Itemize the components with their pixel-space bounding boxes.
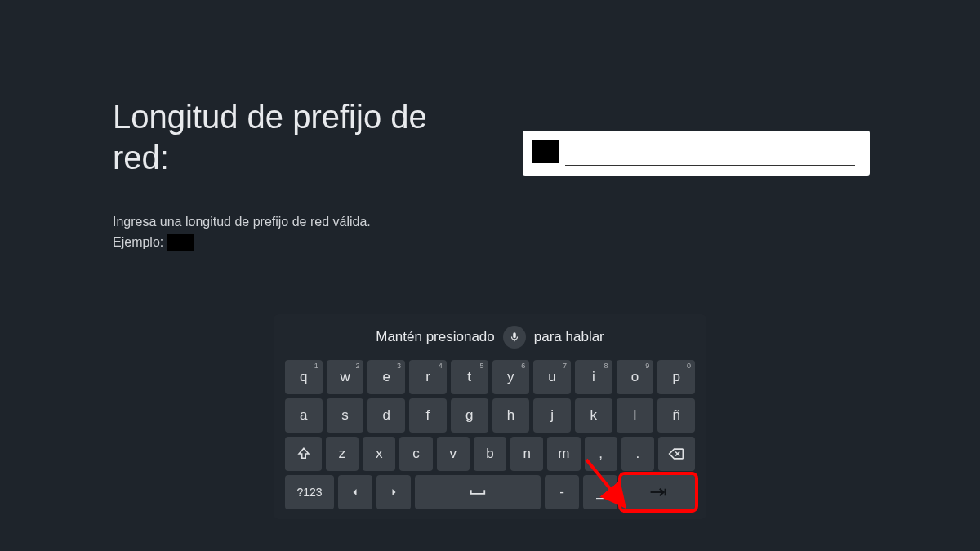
subtitle-text: Ingresa una longitud de prefijo de red v… — [113, 211, 448, 233]
key-n[interactable]: n — [510, 437, 543, 471]
onscreen-keyboard: Mantén presionado para hablar q1w2e3r4t5… — [274, 314, 706, 519]
key-o[interactable]: o9 — [617, 360, 654, 394]
key-dash[interactable]: - — [545, 475, 579, 509]
mic-icon[interactable] — [503, 326, 526, 349]
key-h[interactable]: h — [492, 398, 530, 433]
key-f[interactable]: f — [409, 398, 447, 433]
key-b[interactable]: b — [474, 437, 506, 471]
key-g[interactable]: g — [451, 398, 488, 433]
key-q[interactable]: q1 — [285, 360, 323, 394]
key-y[interactable]: y6 — [492, 360, 530, 394]
keyboard-row-2: asdfghjklñ — [285, 398, 695, 433]
input-underline — [565, 165, 855, 166]
shift-key[interactable] — [285, 437, 322, 471]
key-z[interactable]: z — [326, 437, 359, 471]
key-period[interactable]: . — [621, 437, 654, 471]
key-u[interactable]: u7 — [533, 360, 571, 394]
page-title: Longitud de prefijo de red: — [113, 96, 448, 178]
key-w[interactable]: w2 — [327, 360, 364, 394]
key-l[interactable]: l — [617, 398, 654, 433]
hint-text-before: Mantén presionado — [376, 329, 495, 345]
key-t[interactable]: t5 — [451, 360, 488, 394]
keyboard-hint: Mantén presionado para hablar — [285, 326, 695, 349]
example-label: Ejemplo: — [113, 235, 163, 250]
keyboard-row-4: ?123 - _ — [285, 475, 695, 509]
key-k[interactable]: k — [575, 398, 612, 433]
key-d[interactable]: d — [368, 398, 405, 433]
key-e[interactable]: e3 — [368, 360, 405, 394]
key-underscore[interactable]: _ — [583, 475, 617, 509]
key-m[interactable]: m — [547, 437, 580, 471]
key-s[interactable]: s — [327, 398, 364, 433]
redacted-input-value — [532, 140, 559, 163]
backspace-key[interactable] — [658, 437, 695, 471]
key-a[interactable]: a — [285, 398, 323, 433]
keyboard-row-1: q1w2e3r4t5y6u7i8o9p0 — [285, 360, 695, 394]
key-r[interactable]: r4 — [409, 360, 447, 394]
key-c[interactable]: c — [399, 437, 432, 471]
left-arrow-key[interactable] — [338, 475, 372, 509]
key-ñ[interactable]: ñ — [657, 398, 695, 433]
key-j[interactable]: j — [533, 398, 571, 433]
space-key[interactable] — [415, 475, 541, 509]
redacted-example-value — [167, 234, 194, 251]
key-i[interactable]: i8 — [575, 360, 612, 394]
example-line: Ejemplo: — [113, 234, 448, 251]
keyboard-row-3: zxcvbnm, . — [285, 437, 695, 471]
key-p[interactable]: p0 — [657, 360, 695, 394]
hint-text-after: para hablar — [534, 329, 604, 345]
key-x[interactable]: x — [363, 437, 395, 471]
enter-key[interactable] — [621, 475, 695, 509]
symbols-key[interactable]: ?123 — [285, 475, 334, 509]
right-arrow-key[interactable] — [376, 475, 411, 509]
key-v[interactable]: v — [437, 437, 470, 471]
prefix-length-input[interactable] — [523, 131, 870, 176]
key-comma[interactable]: , — [585, 437, 617, 471]
